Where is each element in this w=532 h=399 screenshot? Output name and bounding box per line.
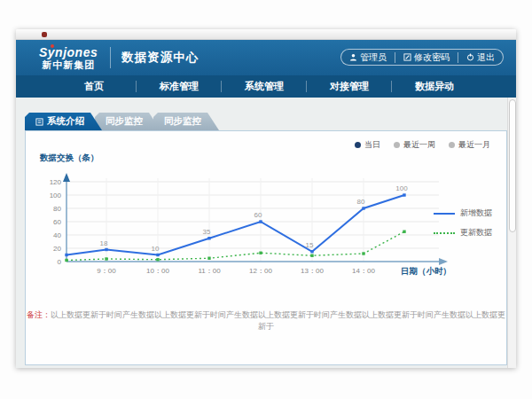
- edit-icon: [403, 53, 411, 61]
- content-area: 系统介绍 同步监控 同步监控 当日 最近一周: [16, 98, 516, 368]
- svg-text:15: 15: [306, 241, 314, 249]
- svg-text:10：00: 10：00: [146, 267, 169, 275]
- nav-item-interface-mgmt[interactable]: 对接管理: [307, 75, 392, 98]
- time-range-selector: 当日 最近一周 最近一月: [355, 139, 490, 151]
- user-icon: [349, 53, 357, 61]
- range-option-last-month[interactable]: 最近一月: [449, 139, 490, 151]
- tab-sync-monitor-1[interactable]: 同步监控: [95, 113, 160, 130]
- legend-item-new-data[interactable]: 新增数据: [434, 207, 492, 219]
- brand-logo: Synjones 新中新集团: [39, 46, 98, 70]
- main-nav: 首页 标准管理 系统管理 对接管理 数据异动: [16, 75, 516, 98]
- svg-text:11：00: 11：00: [198, 267, 221, 275]
- svg-text:40: 40: [53, 231, 61, 239]
- logout-label: 退出: [477, 51, 495, 64]
- svg-text:18: 18: [100, 239, 108, 247]
- logout-button[interactable]: 退出: [458, 50, 503, 65]
- radio-dot-icon: [355, 142, 361, 148]
- note-label: 备注：: [27, 310, 51, 319]
- legend-label: 更新数据: [460, 227, 492, 239]
- svg-text:12：00: 12：00: [249, 267, 272, 275]
- chart-legend: 新增数据 更新数据: [434, 207, 492, 239]
- solid-line-swatch-icon: [434, 213, 455, 215]
- nav-item-data-change[interactable]: 数据异动: [392, 75, 477, 98]
- scrollbar-track[interactable]: [507, 98, 516, 368]
- legend-item-updated-data[interactable]: 更新数据: [434, 227, 492, 239]
- svg-text:日期（小时）: 日期（小时）: [401, 266, 451, 277]
- current-user-button[interactable]: 管理员: [341, 50, 395, 65]
- svg-text:80: 80: [357, 198, 365, 206]
- svg-text:35: 35: [203, 228, 211, 236]
- svg-text:100: 100: [50, 192, 62, 200]
- range-option-label: 当日: [364, 139, 380, 151]
- tab-label: 同步监控: [106, 115, 143, 128]
- svg-text:14：00: 14：00: [352, 267, 375, 275]
- svg-text:60: 60: [53, 218, 61, 226]
- radio-dot-icon: [449, 142, 455, 148]
- range-option-last-week[interactable]: 最近一周: [394, 139, 435, 151]
- dotted-line-swatch-icon: [434, 232, 455, 234]
- change-password-button[interactable]: 修改密码: [395, 50, 458, 65]
- svg-text:100: 100: [395, 184, 408, 192]
- range-option-label: 最近一周: [403, 139, 435, 151]
- radio-dot-icon: [394, 142, 400, 148]
- note-text: 以上数据更新于时间产生数据以上数据更新于时间产生数据以上数据更新于时间产生数据以…: [51, 310, 505, 331]
- svg-text:13：00: 13：00: [301, 267, 324, 275]
- tab-bar: 系统介绍 同步监控 同步监控: [25, 113, 516, 130]
- change-password-label: 修改密码: [414, 51, 450, 64]
- logo-accent-dot: [51, 44, 54, 48]
- svg-text:80: 80: [53, 205, 61, 213]
- page-title: 数据资源中心: [121, 50, 199, 66]
- brand-logo-subtext: 新中新集团: [39, 60, 98, 70]
- chart-panel: 当日 最近一周 最近一月 数据交换（条） 0204060801001209：00…: [25, 130, 507, 365]
- range-option-today[interactable]: 当日: [355, 139, 380, 151]
- nav-item-home[interactable]: 首页: [51, 75, 137, 98]
- favicon-dot: [42, 32, 47, 37]
- svg-text:10: 10: [152, 245, 160, 253]
- tab-system-intro[interactable]: 系统介绍: [25, 113, 102, 130]
- range-option-label: 最近一月: [458, 139, 490, 151]
- nav-item-standard-mgmt[interactable]: 标准管理: [137, 75, 222, 98]
- power-icon: [466, 53, 474, 61]
- line-chart: 0204060801001209：0010：0011：0012：0013：001…: [38, 166, 455, 283]
- svg-text:120: 120: [50, 178, 62, 186]
- app-window: Synjones 新中新集团 数据资源中心 管理员 修改密码: [16, 29, 516, 368]
- svg-text:9：00: 9：00: [97, 267, 116, 275]
- document-icon: [35, 118, 43, 126]
- svg-text:0: 0: [58, 258, 62, 266]
- legend-label: 新增数据: [460, 207, 492, 219]
- footer-note: 备注：以上数据更新于时间产生数据以上数据更新于时间产生数据以上数据更新于时间产生…: [26, 309, 506, 332]
- tab-label: 同步监控: [164, 115, 201, 128]
- user-toolbar: 管理员 修改密码 退出: [340, 49, 504, 66]
- nav-item-system-mgmt[interactable]: 系统管理: [222, 75, 307, 98]
- tab-label: 系统介绍: [47, 115, 84, 128]
- brand-logo-text: Synjones: [39, 46, 98, 59]
- app-header: Synjones 新中新集团 数据资源中心 管理员 修改密码: [16, 40, 516, 75]
- window-top-strip: [16, 29, 516, 40]
- y-axis-title: 数据交换（条）: [40, 153, 506, 164]
- page-background: Synjones 新中新集团 数据资源中心 管理员 修改密码: [0, 0, 532, 399]
- current-user-label: 管理员: [360, 51, 387, 64]
- svg-text:60: 60: [254, 211, 262, 219]
- svg-text:20: 20: [53, 245, 61, 253]
- header-divider: [110, 47, 111, 68]
- scrollbar-thumb[interactable]: [509, 99, 516, 232]
- tab-sync-monitor-2[interactable]: 同步监控: [153, 113, 219, 130]
